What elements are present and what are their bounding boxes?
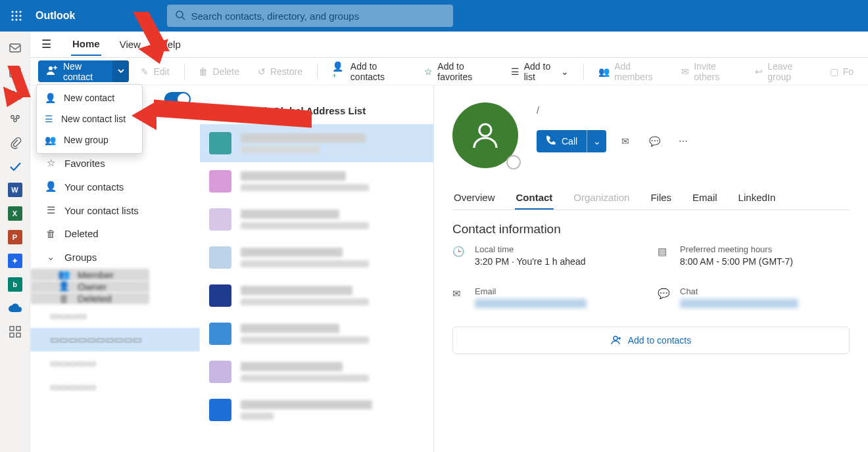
list-add-icon: ☰: [45, 114, 53, 124]
nav-groups-deleted[interactable]: 🗑Deleted: [30, 292, 149, 304]
contact-title-separator: /: [537, 105, 693, 116]
app-launcher-icon[interactable]: [5, 5, 28, 27]
mail-icon: ✉: [452, 286, 466, 308]
call-caret[interactable]: ⌄: [587, 130, 606, 152]
add-to-favorites-button[interactable]: ☆Add to favorites: [418, 61, 498, 82]
annotation-arrow-people: [0, 66, 39, 112]
list-item[interactable]: [200, 353, 433, 391]
nav-your-contact-lists[interactable]: ☰Your contact lists: [30, 198, 200, 222]
list-item[interactable]: [200, 277, 433, 315]
nav-your-contacts[interactable]: 👤Your contacts: [30, 175, 200, 198]
tab-files[interactable]: Files: [649, 187, 673, 210]
add-to-contacts-bar[interactable]: Add to contacts: [452, 327, 850, 354]
person-add-icon: [611, 334, 621, 347]
excel-app-icon[interactable]: X: [8, 206, 22, 221]
tab-email[interactable]: Email: [691, 187, 719, 210]
powerpoint-app-icon[interactable]: P: [8, 230, 22, 244]
tab-linkedin[interactable]: LinkedIn: [737, 187, 777, 210]
dd-new-contact-list[interactable]: ☰New contact list: [37, 108, 142, 129]
trash-icon: 🗑: [58, 293, 70, 304]
nav-groups[interactable]: ⌄Groups: [30, 245, 200, 269]
person-add-icon: [46, 64, 58, 78]
onedrive-app-icon[interactable]: [8, 301, 22, 315]
nav-extra-2[interactable]: ▭▭▭▭▭: [30, 375, 200, 399]
phone-icon: [546, 135, 556, 148]
groups-app-icon[interactable]: [8, 112, 22, 126]
meeting-hours-item: ▤ Preferred meeting hours8:00 AM - 5:00 …: [658, 244, 850, 267]
add-to-contacts-button[interactable]: 👤⁺Add to contacts: [326, 61, 412, 82]
new-contact-dropdown: 👤New contact ☰New contact list 👥New grou…: [36, 84, 143, 154]
mail-button[interactable]: ✉: [615, 131, 635, 151]
avatar: [209, 170, 231, 192]
chat-item[interactable]: 💬 Chat: [658, 286, 850, 308]
add-members-button: 👥Add members: [592, 61, 669, 82]
attach-app-icon[interactable]: [8, 135, 22, 150]
avatar: [452, 102, 518, 168]
word-app-icon[interactable]: W: [8, 183, 22, 197]
tab-organization: Organization: [572, 187, 631, 210]
trash-icon: 🗑: [199, 66, 208, 77]
list-item[interactable]: [200, 200, 433, 238]
svg-point-4: [15, 14, 17, 16]
avatar: [209, 323, 231, 345]
more-apps-icon[interactable]: [8, 325, 22, 339]
dd-new-group[interactable]: 👥New group: [37, 129, 142, 150]
list-item[interactable]: [200, 391, 433, 429]
clock-icon: 🕒: [452, 244, 466, 267]
hamburger-icon[interactable]: ☰: [38, 37, 54, 51]
nav-directory[interactable]: ▭▭▭▭: [30, 304, 200, 328]
member-icon: 👥: [58, 269, 70, 281]
new-contact-button[interactable]: New contact: [38, 60, 129, 82]
viva-app-icon[interactable]: ✦: [8, 254, 22, 268]
more-button[interactable]: ⋯: [673, 131, 693, 151]
local-time-item: 🕒 Local time3:20 PM · You're 1 h ahead: [452, 244, 644, 267]
nav-default-gal[interactable]: ▭▭▭▭▭▭▭▭▭▭: [30, 328, 200, 351]
call-button[interactable]: Call ⌄: [537, 130, 606, 152]
detail-tabs: Overview Contact Organization Files Emai…: [452, 187, 850, 210]
new-contact-label: New contact: [63, 61, 105, 82]
restore-button: ↺Restore: [251, 66, 309, 77]
svg-point-3: [11, 14, 13, 16]
avatar: [209, 208, 231, 231]
owner-icon: 👤: [58, 281, 70, 292]
nav-extra-1[interactable]: ▭▭▭▭▭: [30, 351, 200, 375]
nav-owner[interactable]: 👤Owner: [30, 281, 149, 292]
chat-button[interactable]: 💬: [644, 131, 664, 151]
section-title: Contact information: [452, 222, 850, 237]
trash-icon: 🗑: [45, 228, 57, 239]
email-item[interactable]: ✉ Email: [452, 286, 644, 308]
tab-home[interactable]: Home: [71, 33, 101, 56]
nav-member[interactable]: 👥Member: [30, 269, 149, 281]
search-input[interactable]: [191, 11, 445, 22]
presence-indicator: [506, 155, 521, 170]
svg-rect-11: [10, 44, 20, 52]
list-item[interactable]: [200, 162, 433, 200]
svg-point-6: [11, 18, 13, 20]
new-contact-caret[interactable]: [112, 60, 130, 82]
calendar-icon: ▤: [658, 244, 671, 267]
chat-icon: 💬: [658, 286, 671, 308]
contact-list-column: Default Global Address List: [200, 85, 434, 452]
list-icon: ☰: [45, 204, 57, 216]
todo-app-icon[interactable]: [8, 159, 22, 173]
chevron-down-icon: ⌄: [593, 136, 601, 147]
svg-rect-21: [10, 327, 14, 330]
tab-contact[interactable]: Contact: [515, 187, 554, 210]
mail-icon: ✉: [621, 136, 629, 147]
search-box[interactable]: [167, 5, 453, 27]
nav-favorites[interactable]: ☆Favorites: [30, 151, 200, 175]
list-item[interactable]: [200, 315, 433, 353]
add-to-list-button[interactable]: ☰Add to list⌄: [504, 61, 576, 82]
svg-point-0: [11, 11, 13, 12]
list-icon: ☰: [511, 66, 519, 77]
restore-icon: ↺: [258, 66, 266, 77]
tab-overview[interactable]: Overview: [452, 187, 496, 210]
avatar: [209, 246, 231, 269]
mail-app-icon[interactable]: [8, 41, 22, 55]
list-item[interactable]: [200, 238, 433, 277]
bing-app-icon[interactable]: b: [8, 277, 22, 292]
star-icon: ☆: [424, 66, 433, 77]
nav-deleted[interactable]: 🗑Deleted: [30, 222, 200, 245]
group-add-icon: 👥: [45, 135, 56, 145]
dd-new-contact[interactable]: 👤New contact: [37, 87, 142, 108]
